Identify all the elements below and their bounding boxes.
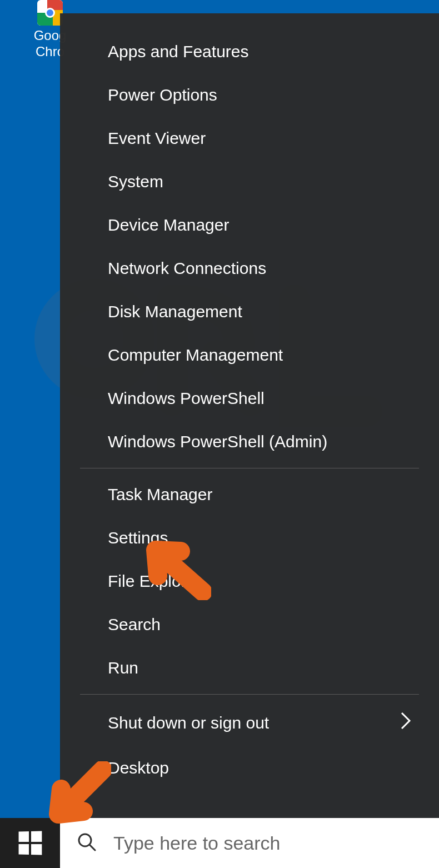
menu-item-search[interactable]: Search (60, 603, 439, 646)
menu-item-run[interactable]: Run (60, 646, 439, 690)
menu-separator (80, 694, 419, 695)
menu-item-windows-powershell[interactable]: Windows PowerShell (60, 377, 439, 420)
menu-item-label: Disk Management (108, 302, 242, 321)
menu-item-device-manager[interactable]: Device Manager (60, 203, 439, 247)
menu-item-label: Event Viewer (108, 129, 206, 148)
menu-item-label: Windows PowerShell (108, 389, 265, 408)
svg-line-2 (90, 845, 95, 850)
windows-logo-icon (19, 831, 42, 855)
menu-item-label: Run (108, 659, 138, 677)
menu-item-task-manager[interactable]: Task Manager (60, 473, 439, 516)
menu-item-label: Task Manager (108, 485, 212, 504)
svg-point-1 (79, 834, 91, 846)
menu-item-settings[interactable]: Settings (60, 516, 439, 560)
menu-item-label: Windows PowerShell (Admin) (108, 432, 327, 451)
menu-item-event-viewer[interactable]: Event Viewer (60, 117, 439, 160)
search-input[interactable] (113, 832, 422, 854)
menu-item-label: Search (108, 615, 161, 634)
menu-item-label: Shut down or sign out (108, 714, 269, 732)
start-button[interactable] (0, 818, 60, 868)
search-icon (77, 832, 97, 854)
taskbar (0, 818, 439, 868)
menu-item-label: Power Options (108, 86, 217, 104)
menu-item-label: Desktop (108, 759, 169, 777)
menu-item-label: System (108, 172, 163, 191)
menu-separator (80, 468, 419, 468)
menu-item-file-explorer[interactable]: File Explorer (60, 560, 439, 603)
menu-item-disk-management[interactable]: Disk Management (60, 290, 439, 333)
winx-context-menu: Apps and Features Power Options Event Vi… (60, 13, 439, 818)
menu-item-label: Device Manager (108, 216, 229, 235)
menu-item-network-connections[interactable]: Network Connections (60, 247, 439, 290)
menu-item-shutdown-signout[interactable]: Shut down or sign out (60, 699, 439, 746)
menu-item-label: Apps and Features (108, 42, 249, 61)
menu-item-computer-management[interactable]: Computer Management (60, 333, 439, 377)
menu-item-label: File Explorer (108, 572, 201, 591)
taskbar-search-box[interactable] (60, 818, 439, 868)
menu-item-label: Computer Management (108, 346, 283, 365)
menu-item-system[interactable]: System (60, 160, 439, 203)
menu-item-windows-powershell-admin[interactable]: Windows PowerShell (Admin) (60, 420, 439, 463)
menu-item-power-options[interactable]: Power Options (60, 73, 439, 117)
chevron-right-icon (400, 711, 411, 734)
menu-item-apps-and-features[interactable]: Apps and Features (60, 30, 439, 73)
menu-item-label: Network Connections (108, 259, 266, 278)
menu-item-desktop[interactable]: Desktop (60, 746, 439, 790)
menu-item-label: Settings (108, 528, 168, 547)
chrome-icon (37, 0, 63, 26)
